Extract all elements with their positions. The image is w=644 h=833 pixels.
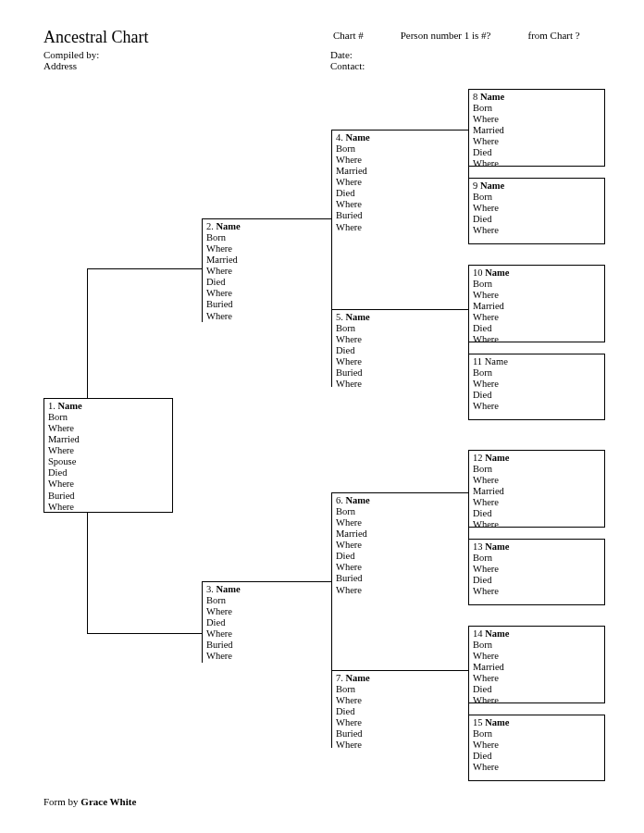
connector <box>87 268 88 398</box>
connector <box>468 703 469 715</box>
top-labels: Chart # Person number 1 is #? from Chart… <box>333 30 607 41</box>
ancestor-box-4: 4. Name BornWhereMarriedWhereDiedWhereBu… <box>331 130 468 233</box>
ancestor-box-2: 2. Name BornWhereMarriedWhereDiedWhereBu… <box>202 218 331 322</box>
compiled-by-label: Compiled by: <box>43 49 330 60</box>
date-label: Date: <box>330 49 414 60</box>
ancestor-box-8: 8 Name BornWhereMarriedWhereDiedWhere <box>468 89 605 167</box>
ancestor-box-6: 6. Name BornWhereMarriedWhereDiedWhereBu… <box>331 492 468 596</box>
connector <box>468 528 469 539</box>
connector <box>87 513 88 633</box>
connector <box>468 342 469 354</box>
ancestor-box-15: 15 Name BornWhereDiedWhere <box>468 715 605 781</box>
address-label: Address <box>43 60 330 71</box>
ancestor-box-9: 9 Name BornWhereDiedWhere <box>468 178 605 244</box>
ancestor-box-13: 13 Name BornWhereDiedWhere <box>468 539 605 605</box>
connector <box>468 167 469 178</box>
connector <box>331 596 332 670</box>
ancestor-box-14: 14 Name BornWhereMarriedWhereDiedWhere <box>468 626 605 703</box>
from-chart-label: from Chart ? <box>527 30 579 41</box>
ancestor-box-10: 10 Name BornWhereMarriedWhereDiedWhere <box>468 265 605 342</box>
person-num-label: Person number 1 is #? <box>401 30 491 41</box>
chart-num-label: Chart # <box>333 30 364 41</box>
footer: Form by Grace White <box>43 796 136 807</box>
connector <box>87 633 202 634</box>
connector <box>87 268 202 269</box>
ancestor-box-1: 1. Name BornWhereMarriedWhereSpouseDiedW… <box>43 398 173 513</box>
ancestor-box-7: 7. Name BornWhereDiedWhereBuriedWhere <box>331 670 468 748</box>
ancestor-box-3: 3. Name BornWhereDiedWhereBuriedWhere <box>202 581 331 663</box>
ancestor-box-11: 11 Name BornWhereDiedWhere <box>468 354 605 420</box>
contact-label: Contact: <box>330 60 414 71</box>
ancestor-box-5: 5. Name BornWhereDiedWhereBuriedWhere <box>331 309 468 387</box>
connector <box>331 233 332 309</box>
ancestor-box-12: 12 Name BornWhereMarriedWhereDiedWhere <box>468 450 605 528</box>
